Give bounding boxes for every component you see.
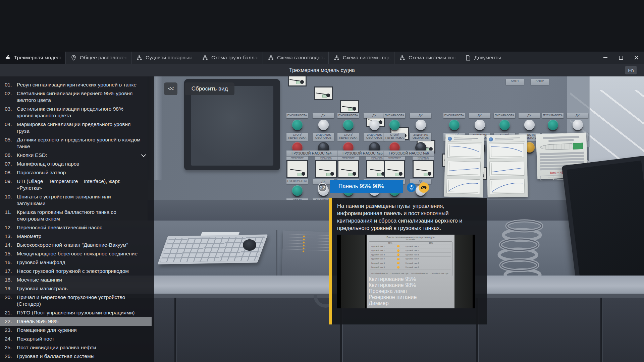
tachometer-gauge bbox=[315, 160, 337, 178]
sidebar-item[interactable]: 01. Ревун сигнализации критических уровн… bbox=[0, 80, 152, 89]
sidebar-item[interactable]: 25. Пост ликвидации разлива нефти bbox=[0, 343, 152, 352]
app-tab[interactable]: Судовой пожарный план bbox=[131, 52, 197, 64]
pump-nameplate: ГРУЗОВОЙ НАСОС №5 bbox=[337, 150, 388, 156]
tank-row: Грузовой танк 6 Грузовой танк 6 bbox=[370, 265, 451, 269]
sidebar-item[interactable]: 17. Насос грузовой погружной с электропр… bbox=[0, 267, 152, 276]
sidebar-item[interactable]: 03. Светильник сигнализации предельного … bbox=[0, 105, 152, 120]
app-tab-bar: Трехмерная модель судна Общее расположен… bbox=[0, 52, 644, 64]
start-button bbox=[449, 120, 460, 130]
sidebar-item[interactable]: 02. Светильник сигнализации верхнего 95%… bbox=[0, 89, 152, 105]
sidebar-item[interactable]: 10. Шпигаты с устройством запирания или … bbox=[0, 192, 152, 208]
ack-95-label: Квитирование 95% bbox=[369, 276, 416, 282]
sidebar-item[interactable]: 22. Панель 95% 98% bbox=[0, 317, 152, 326]
start-button bbox=[343, 120, 354, 130]
start-button bbox=[499, 120, 510, 130]
amber-led bbox=[397, 266, 399, 268]
app-tab[interactable]: Схема грузо-балластной bbox=[197, 52, 263, 64]
item-number: 18. bbox=[5, 277, 17, 283]
sidebar-item[interactable]: 12. Переносной пневматический насос bbox=[0, 223, 152, 232]
speed-label: ЗАДАТЧИК ОБОРОТОВ bbox=[410, 133, 431, 141]
sidebar-item[interactable]: 11. Крышка горловины балластного танка с… bbox=[0, 208, 152, 223]
pump-nameplate: ГРУЗОВОЙ НАСОС №4 bbox=[286, 150, 337, 156]
ship-outline bbox=[540, 143, 573, 150]
item-label: Парогазовый затвор bbox=[17, 169, 150, 176]
reset-view-button[interactable]: Сбросить вид bbox=[185, 82, 234, 95]
app-tab[interactable]: Трехмерная модель судна bbox=[0, 52, 66, 64]
app-tab[interactable]: Схема системы контро bbox=[394, 52, 460, 64]
close-button[interactable] bbox=[629, 52, 644, 64]
item-number: 10. bbox=[5, 193, 17, 207]
start-button bbox=[389, 120, 400, 130]
sidebar-item[interactable]: 16. Грузовой манифолд bbox=[0, 258, 152, 267]
sidebar-item[interactable]: 05. Датчики верхнего и предельного уровн… bbox=[0, 135, 152, 151]
remote-label: ДУ bbox=[364, 113, 385, 118]
collapse-sidebar-button[interactable]: << bbox=[164, 82, 177, 95]
item-number: 14. bbox=[5, 242, 17, 248]
item-label: Причал и Береговое погрузочное устройств… bbox=[17, 294, 150, 307]
chevron-down-icon[interactable] bbox=[140, 152, 147, 159]
sidebar-item[interactable]: 21. ПУГО (Пост управления грузовыми опер… bbox=[0, 308, 152, 317]
start-label: ПУСК/РАБОТА bbox=[286, 113, 308, 118]
sidebar-item[interactable]: 09. UTI (Ullage – Temperature – Interfac… bbox=[0, 177, 152, 192]
marker-label[interactable]: Панель 95% 98% bbox=[330, 180, 403, 193]
sidebar-item[interactable]: 14. Высокоскоростной клапан "Давление-Ва… bbox=[0, 241, 152, 249]
app-tab[interactable]: Схема системы подогр bbox=[329, 52, 394, 64]
tab-label: Схема системы контро bbox=[409, 55, 457, 61]
item-number: 02. bbox=[5, 90, 17, 104]
app-tab[interactable]: Документы bbox=[460, 52, 511, 64]
ammeter-gauge bbox=[286, 160, 308, 178]
sidebar-item[interactable]: 18. Моечные машинки bbox=[0, 276, 152, 284]
cabinet-seam bbox=[600, 298, 602, 362]
item-label: Насос грузовой погружной с электропривод… bbox=[17, 268, 150, 275]
sidebar-item[interactable]: 07. Манифольд отвода паров bbox=[0, 160, 152, 168]
sidebar-item[interactable]: 13. Манометр bbox=[0, 232, 152, 241]
pump-curve-sheet bbox=[444, 134, 485, 198]
app-tab[interactable]: Схема газоотводной с bbox=[263, 52, 329, 64]
item-number: 04. bbox=[5, 121, 17, 134]
location-button[interactable] bbox=[407, 183, 416, 192]
app-tab[interactable]: Общее расположение судна bbox=[66, 52, 131, 64]
bon1-label: БОН1 bbox=[506, 79, 524, 85]
sidebar-item[interactable]: 19. Грузовая магистраль bbox=[0, 284, 152, 293]
item-label: Грузовой манифолд bbox=[17, 259, 150, 266]
language-toggle[interactable]: En bbox=[625, 66, 637, 74]
tank-label: Грузовой танк 3 bbox=[370, 254, 395, 256]
sidebar-item[interactable]: 26. Грузовая и балластная системы bbox=[0, 352, 152, 361]
pump-nameplate: ГРУЗОВОЙ НАСОС №6 bbox=[384, 150, 434, 156]
column-95-header: 95% bbox=[388, 242, 392, 244]
desk-seam bbox=[276, 230, 277, 279]
speed-label: ЗАДАТЧИК ОБОРОТОВ bbox=[364, 133, 385, 141]
remote-label: ДУ bbox=[567, 113, 588, 118]
sidebar-item[interactable]: 08. Парогазовый затвор bbox=[0, 168, 152, 177]
sidebar-item[interactable]: 27. Газоотводные системы, включая систем… bbox=[0, 361, 152, 362]
start-label: ПУСК/РАБОТА bbox=[384, 113, 405, 118]
maximize-button[interactable] bbox=[613, 52, 629, 64]
item-number: 16. bbox=[5, 259, 17, 266]
controller-button[interactable] bbox=[419, 182, 429, 193]
minimize-icon bbox=[603, 57, 607, 58]
marker-number-badge[interactable]: 22 bbox=[318, 183, 327, 192]
ammeter-gauge bbox=[384, 160, 405, 178]
item-number: 26. bbox=[5, 353, 17, 360]
remote-label: ДУ bbox=[519, 113, 540, 118]
item-number: 11. bbox=[5, 209, 17, 222]
sump-label: Отстойный танк ЛБ bbox=[370, 273, 388, 275]
item-label: Переносной пневматический насос bbox=[17, 224, 150, 231]
item-number: 06. bbox=[5, 152, 17, 159]
tank-label: Грузовой танк 1 bbox=[404, 245, 430, 247]
sidebar-item[interactable]: 15. Международное береговое пожарное сое… bbox=[0, 249, 152, 258]
minimize-button[interactable] bbox=[598, 52, 613, 64]
sidebar-item[interactable]: 06. Кнопки ESD: bbox=[0, 151, 152, 160]
remote-button bbox=[573, 120, 583, 130]
item-label: Крышка горловины балластного танка со см… bbox=[17, 209, 150, 222]
panel-gauge bbox=[314, 86, 333, 100]
tank-label: Грузовой танк 1 bbox=[370, 245, 395, 247]
tooltip-text: На панели размещены пульт управления, ин… bbox=[337, 202, 481, 232]
item-label: Высокоскоростной клапан "Давление-Вакуум… bbox=[17, 242, 150, 248]
sidebar-item[interactable]: 04. Маркировка сигнализации предельного … bbox=[0, 120, 152, 135]
red-led bbox=[431, 266, 434, 268]
sidebar-item[interactable]: 20. Причал и Береговое погрузочное устро… bbox=[0, 293, 152, 308]
sidebar-item[interactable]: 23. Помещение для курения bbox=[0, 326, 152, 335]
sidebar-item[interactable]: 24. Пожарный пост bbox=[0, 335, 152, 343]
tank-rows: Грузовой танк 1 Грузовой танк 1 Грузовой… bbox=[370, 244, 451, 269]
